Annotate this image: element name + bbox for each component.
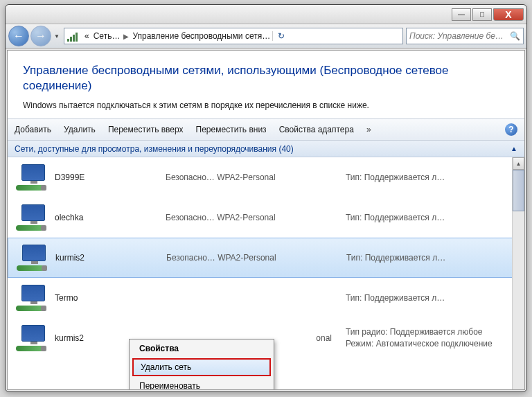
breadcrumb-wireless[interactable]: Управление беспроводными сетя…: [130, 31, 272, 41]
network-row-selected[interactable]: kurmis2 Безопасно… WPA2-Personal Тип: По…: [8, 238, 524, 278]
network-name: kurmis2: [55, 253, 166, 263]
breadcrumb-sep: ▶: [122, 33, 130, 40]
search-input[interactable]: Поиск: Управление бе… 🔍: [406, 28, 524, 44]
network-icon: [17, 243, 50, 272]
search-placeholder: Поиск: Управление бе…: [409, 31, 504, 41]
nav-history-dropdown[interactable]: ▼: [53, 26, 61, 46]
back-button[interactable]: ←: [8, 26, 29, 46]
network-row[interactable]: Termo Тип: Поддерживается л…: [8, 278, 524, 318]
toolbar-delete[interactable]: Удалить: [64, 125, 96, 134]
page-title: Управление беспроводными сетями, использ…: [23, 63, 509, 94]
scrollbar[interactable]: ▲: [512, 157, 524, 389]
network-name: Termo: [55, 293, 166, 303]
minimize-button[interactable]: —: [452, 8, 471, 21]
close-button[interactable]: X: [493, 8, 524, 21]
titlebar: — □ X: [6, 5, 526, 24]
scroll-up-button[interactable]: ▲: [513, 157, 524, 170]
context-delete-network[interactable]: Удалить сеть: [132, 358, 271, 376]
network-name: D3999E: [55, 173, 166, 182]
content-area: Управление беспроводными сетями, использ…: [7, 50, 525, 390]
breadcrumb-prefix: «: [82, 31, 91, 41]
toolbar-more[interactable]: »: [366, 125, 371, 134]
toolbar-move-up[interactable]: Переместить вверх: [108, 125, 184, 134]
network-name: olechka: [55, 213, 166, 222]
network-icon: [16, 324, 49, 353]
network-icon: [16, 283, 49, 312]
refresh-button[interactable]: ↻: [272, 31, 289, 41]
collapse-icon[interactable]: ▲: [511, 145, 517, 152]
network-security: Безопасно… WPA2-Personal: [166, 173, 346, 182]
maximize-button[interactable]: □: [472, 8, 492, 21]
breadcrumb-network[interactable]: Сеть…: [91, 31, 123, 41]
network-icon: [16, 203, 49, 232]
toolbar-move-down[interactable]: Переместить вниз: [196, 125, 267, 134]
list-group-label: Сети, доступные для просмотра, изменения…: [15, 144, 294, 154]
network-type: Тип: Поддерживается л…: [346, 213, 445, 222]
list-group-header[interactable]: Сети, доступные для просмотра, изменения…: [8, 141, 524, 157]
network-radio-type: Тип радио: Поддерживается любое Режим: А…: [346, 326, 493, 350]
signal-icon: [67, 30, 80, 42]
toolbar-add[interactable]: Добавить: [15, 125, 51, 134]
help-button[interactable]: ?: [505, 123, 517, 136]
toolbar-adapter-properties[interactable]: Свойства адаптера: [279, 125, 354, 134]
explorer-window: — □ X ← → ▼ « Сеть… ▶ Управление беспров…: [5, 4, 527, 392]
network-row[interactable]: D3999E Безопасно… WPA2-Personal Тип: Под…: [8, 157, 524, 197]
search-icon: 🔍: [510, 31, 520, 41]
network-icon: [16, 163, 49, 192]
page-subtitle: Windows пытается подключаться к этим сет…: [23, 100, 509, 110]
network-type: Тип: Поддерживается л…: [346, 253, 445, 263]
scroll-thumb[interactable]: [513, 170, 524, 211]
network-security: Безопасно… WPA2-Personal: [166, 253, 346, 263]
network-type: Тип: Поддерживается л…: [346, 173, 445, 182]
address-bar[interactable]: « Сеть… ▶ Управление беспроводными сетя……: [64, 28, 403, 44]
toolbar: Добавить Удалить Переместить вверх Перем…: [8, 118, 524, 141]
page-header: Управление беспроводными сетями, использ…: [8, 51, 524, 118]
network-security: Безопасно… WPA2-Personal: [166, 213, 346, 222]
network-row[interactable]: olechka Безопасно… WPA2-Personal Тип: По…: [8, 197, 524, 238]
context-menu: Свойства Удалить сеть Переименовать Ввер…: [129, 339, 274, 390]
navbar: ← → ▼ « Сеть… ▶ Управление беспроводными…: [6, 24, 526, 48]
context-rename[interactable]: Переименовать: [130, 377, 274, 390]
context-properties[interactable]: Свойства: [130, 339, 274, 358]
network-type: Тип: Поддерживается л…: [346, 293, 445, 303]
forward-button[interactable]: →: [30, 26, 51, 46]
